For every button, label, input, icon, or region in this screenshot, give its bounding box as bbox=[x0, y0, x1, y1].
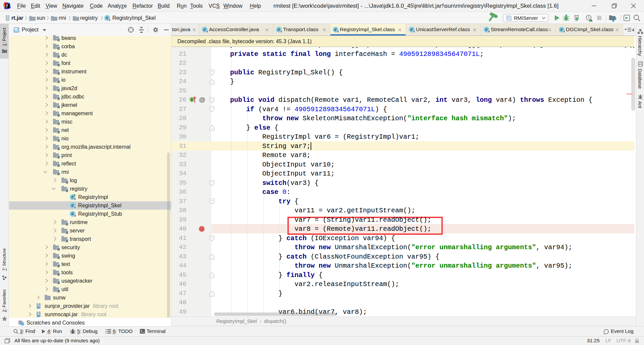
svg-text:@: @ bbox=[199, 96, 205, 103]
svg-text:4: 4 bbox=[632, 27, 634, 32]
svg-text:RMIServer: RMIServer bbox=[514, 15, 538, 21]
svg-text:I: I bbox=[191, 97, 193, 102]
